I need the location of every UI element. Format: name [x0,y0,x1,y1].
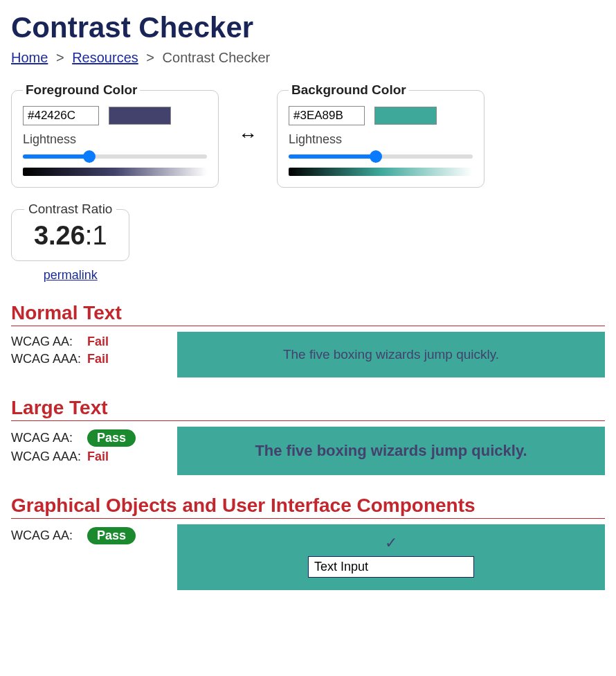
background-swatch[interactable] [374,107,437,125]
breadcrumb-home-link[interactable]: Home [11,50,48,65]
check-icon: ✓ [385,534,397,552]
normal-text-sample: The five boxing wizards jump quickly. [177,332,605,377]
contrast-ratio-legend: Contrast Ratio [24,202,116,217]
normal-aaa-result: Fail [87,352,109,366]
large-aaa-result: Fail [87,450,109,464]
breadcrumb-current: Contrast Checker [163,50,271,65]
foreground-hex-input[interactable] [23,106,99,125]
large-aaa-label: WCAG AAA: [11,450,87,464]
large-aa-result: Pass [87,429,136,447]
large-text-heading: Large Text [11,397,605,421]
swap-colors-button[interactable]: ↔ [235,121,260,149]
normal-aa-result: Fail [87,335,109,349]
foreground-fieldset: Foreground Color Lightness [11,82,219,188]
contrast-ratio-box: Contrast Ratio 3.26:1 [11,202,129,261]
large-text-sample: The five boxing wizards jump quickly. [177,427,605,475]
foreground-lightness-slider[interactable] [23,150,207,163]
swap-icon: ↔ [238,124,257,145]
large-aa-label: WCAG AA: [11,431,87,445]
breadcrumb: Home > Resources > Contrast Checker [11,50,605,66]
background-gradient-bar [289,168,473,176]
breadcrumb-resources-link[interactable]: Resources [72,50,138,65]
foreground-swatch[interactable] [109,107,171,125]
normal-aaa-label: WCAG AAA: [11,352,87,366]
foreground-gradient-bar [23,168,207,176]
permalink-link[interactable]: permalink [11,268,129,283]
page-title: Contrast Checker [11,11,605,44]
background-fieldset: Background Color Lightness [277,82,484,188]
foreground-lightness-label: Lightness [23,132,207,147]
contrast-ratio-value: 3.26:1 [24,221,116,251]
background-lightness-slider[interactable] [289,150,473,163]
breadcrumb-separator: > [146,50,154,65]
normal-aa-label: WCAG AA: [11,335,87,349]
gui-heading: Graphical Objects and User Interface Com… [11,495,605,519]
gui-aa-label: WCAG AA: [11,528,87,543]
foreground-legend: Foreground Color [23,82,140,98]
normal-text-heading: Normal Text [11,302,605,326]
gui-aa-result: Pass [87,527,136,544]
gui-text-input-sample[interactable] [308,556,474,578]
background-hex-input[interactable] [289,106,365,125]
background-lightness-label: Lightness [289,132,473,147]
gui-sample: ✓ [177,524,605,590]
breadcrumb-separator: > [56,50,64,65]
background-legend: Background Color [289,82,409,98]
